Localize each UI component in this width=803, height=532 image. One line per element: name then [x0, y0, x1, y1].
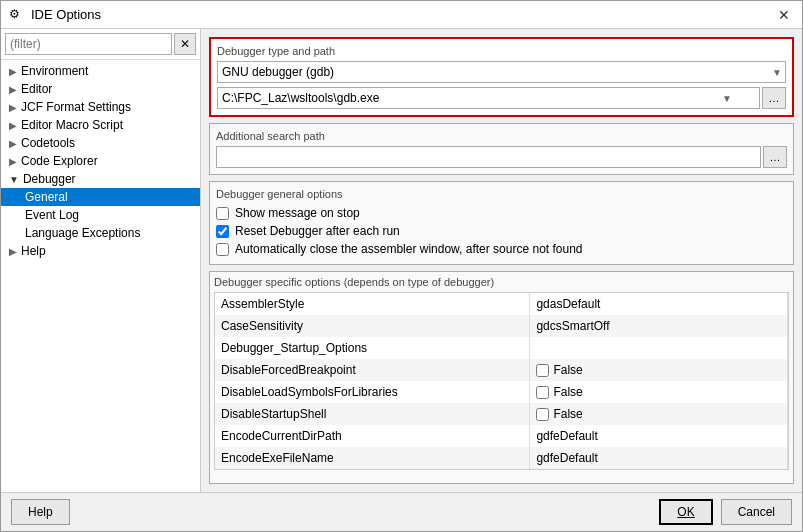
- show-message-checkbox[interactable]: [216, 207, 229, 220]
- general-options-label: Debugger general options: [216, 188, 787, 200]
- tree-item-codetools[interactable]: ▶ Codetools: [1, 134, 200, 152]
- title-bar: ⚙ IDE Options ✕: [1, 1, 802, 29]
- debugger-path-wrapper: ▼: [217, 87, 760, 109]
- debugger-path-input[interactable]: [217, 87, 760, 109]
- reset-debugger-checkbox[interactable]: [216, 225, 229, 238]
- checkbox-cell-disable-startup: False: [536, 407, 781, 421]
- help-button[interactable]: Help: [11, 499, 70, 525]
- row-name-encode-exe: EncodeExeFileName: [215, 447, 530, 469]
- tree-arrow-codetools: ▶: [9, 138, 17, 149]
- table-row[interactable]: DisableForcedBreakpoint False: [215, 359, 788, 381]
- table-row[interactable]: DisableLoadSymbolsForLibraries False: [215, 381, 788, 403]
- tree-area: ▶ Environment ▶ Editor ▶ JCF Format Sett…: [1, 60, 200, 492]
- option-show-message: Show message on stop: [216, 204, 787, 222]
- tree-label-macro: Editor Macro Script: [21, 118, 123, 132]
- tree-label-debugger: Debugger: [23, 172, 76, 186]
- left-panel: ✕ ▶ Environment ▶ Editor ▶ JCF Format Se…: [1, 29, 201, 492]
- debugger-type-label: Debugger type and path: [217, 45, 786, 57]
- content-area: ✕ ▶ Environment ▶ Editor ▶ JCF Format Se…: [1, 29, 802, 492]
- specific-options-section: Debugger specific options (depends on ty…: [209, 271, 794, 484]
- ide-options-dialog: ⚙ IDE Options ✕ ✕ ▶ Environment ▶ Editor: [0, 0, 803, 532]
- row-name-case-sensitivity: CaseSensitivity: [215, 315, 530, 337]
- tree-arrow-macro: ▶: [9, 120, 17, 131]
- tree-item-general[interactable]: General: [1, 188, 200, 206]
- disable-forced-value: False: [553, 363, 582, 377]
- tree-label-editor: Editor: [21, 82, 52, 96]
- tree-item-jcf[interactable]: ▶ JCF Format Settings: [1, 98, 200, 116]
- tree-label-lang-exceptions: Language Exceptions: [25, 226, 140, 240]
- auto-close-checkbox[interactable]: [216, 243, 229, 256]
- table-row[interactable]: EncodeExeFileName gdfeDefault: [215, 447, 788, 469]
- disable-startup-value: False: [553, 407, 582, 421]
- tree-item-macro[interactable]: ▶ Editor Macro Script: [1, 116, 200, 134]
- row-value-disable-load: False: [530, 381, 788, 403]
- disable-startup-checkbox[interactable]: [536, 408, 549, 421]
- tree-label-code-explorer: Code Explorer: [21, 154, 98, 168]
- close-button[interactable]: ✕: [774, 5, 794, 25]
- tree-label-help: Help: [21, 244, 46, 258]
- dialog-title: IDE Options: [31, 7, 101, 22]
- tree-item-help[interactable]: ▶ Help: [1, 242, 200, 260]
- filter-clear-button[interactable]: ✕: [174, 33, 196, 55]
- tree-item-event-log[interactable]: Event Log: [1, 206, 200, 224]
- disable-forced-checkbox[interactable]: [536, 364, 549, 377]
- tree-arrow-debugger: ▼: [9, 174, 19, 185]
- tree-arrow-help: ▶: [9, 246, 17, 257]
- row-value-disable-startup: False: [530, 403, 788, 425]
- row-name-disable-startup: DisableStartupShell: [215, 403, 530, 425]
- tree-item-editor[interactable]: ▶ Editor: [1, 80, 200, 98]
- checkbox-cell-disable-forced: False: [536, 363, 781, 377]
- tree-label-codetools: Codetools: [21, 136, 75, 150]
- additional-search-section: Additional search path …: [209, 123, 794, 175]
- specific-options-label: Debugger specific options (depends on ty…: [214, 276, 789, 288]
- table-row[interactable]: AssemblerStyle gdasDefault: [215, 293, 788, 315]
- table-row[interactable]: CaseSensitivity gdcsSmartOff: [215, 315, 788, 337]
- debugger-type-select[interactable]: GNU debugger (gdb) LLDB debugger None: [217, 61, 786, 83]
- show-message-label: Show message on stop: [235, 206, 360, 220]
- tree-label-jcf: JCF Format Settings: [21, 100, 131, 114]
- checkbox-cell-disable-load: False: [536, 385, 781, 399]
- filter-input[interactable]: [5, 33, 172, 55]
- title-bar-left: ⚙ IDE Options: [9, 7, 101, 23]
- tree-arrow-code-explorer: ▶: [9, 156, 17, 167]
- tree-arrow-environment: ▶: [9, 66, 17, 77]
- row-name-assembler-style: AssemblerStyle: [215, 293, 530, 315]
- app-icon: ⚙: [9, 7, 25, 23]
- auto-close-label: Automatically close the assembler window…: [235, 242, 583, 256]
- row-value-encode-dir: gdfeDefault: [530, 425, 788, 447]
- table-row[interactable]: EncodeCurrentDirPath gdfeDefault: [215, 425, 788, 447]
- options-table: AssemblerStyle gdasDefault CaseSensitivi…: [215, 293, 788, 469]
- disable-load-checkbox[interactable]: [536, 386, 549, 399]
- additional-search-input[interactable]: [216, 146, 761, 168]
- tree-item-debugger[interactable]: ▼ Debugger: [1, 170, 200, 188]
- tree-item-lang-exceptions[interactable]: Language Exceptions: [1, 224, 200, 242]
- tree-label-event-log: Event Log: [25, 208, 79, 222]
- option-reset-debugger: Reset Debugger after each run: [216, 222, 787, 240]
- row-name-encode-dir: EncodeCurrentDirPath: [215, 425, 530, 447]
- ok-button[interactable]: OK: [659, 499, 712, 525]
- row-value-disable-forced: False: [530, 359, 788, 381]
- debugger-type-section: Debugger type and path GNU debugger (gdb…: [209, 37, 794, 117]
- tree-item-environment[interactable]: ▶ Environment: [1, 62, 200, 80]
- tree-label-environment: Environment: [21, 64, 88, 78]
- debugger-path-browse-button[interactable]: …: [762, 87, 786, 109]
- filter-area: ✕: [1, 29, 200, 60]
- tree-item-code-explorer[interactable]: ▶ Code Explorer: [1, 152, 200, 170]
- additional-search-browse-button[interactable]: …: [763, 146, 787, 168]
- row-value-startup-options: [530, 337, 788, 359]
- row-name-disable-load: DisableLoadSymbolsForLibraries: [215, 381, 530, 403]
- bottom-bar: Help OK Cancel: [1, 492, 802, 531]
- table-row[interactable]: DisableStartupShell False: [215, 403, 788, 425]
- row-value-case-sensitivity: gdcsSmartOff: [530, 315, 788, 337]
- tree-label-general: General: [25, 190, 68, 204]
- row-value-assembler-style: gdasDefault: [530, 293, 788, 315]
- table-row[interactable]: Debugger_Startup_Options: [215, 337, 788, 359]
- row-name-startup-options: Debugger_Startup_Options: [215, 337, 530, 359]
- tree-arrow-editor: ▶: [9, 84, 17, 95]
- debugger-type-wrapper: GNU debugger (gdb) LLDB debugger None ▼: [217, 61, 786, 83]
- bottom-right-buttons: OK Cancel: [659, 499, 792, 525]
- options-table-container[interactable]: AssemblerStyle gdasDefault CaseSensitivi…: [214, 292, 789, 470]
- right-panel: Debugger type and path GNU debugger (gdb…: [201, 29, 802, 492]
- additional-search-row: …: [216, 146, 787, 168]
- cancel-button[interactable]: Cancel: [721, 499, 792, 525]
